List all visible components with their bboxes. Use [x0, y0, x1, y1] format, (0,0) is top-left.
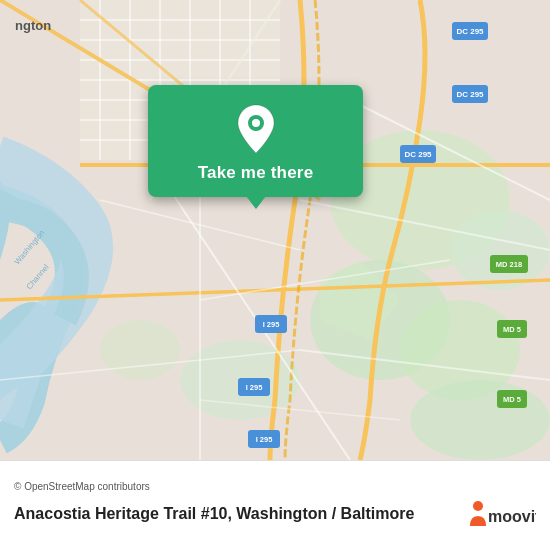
svg-text:DC 295: DC 295 — [456, 27, 484, 36]
svg-text:moovit: moovit — [488, 508, 536, 525]
svg-text:DC 295: DC 295 — [456, 90, 484, 99]
svg-point-59 — [252, 119, 260, 127]
take-me-there-label: Take me there — [198, 163, 314, 183]
svg-text:I 295: I 295 — [263, 320, 280, 329]
copyright-text: © OpenStreetMap contributors — [14, 481, 150, 492]
svg-text:DC 295: DC 295 — [404, 150, 432, 159]
location-title: Anacostia Heritage Trail #10, Washington… — [14, 504, 466, 525]
svg-text:MD 5: MD 5 — [503, 325, 521, 334]
copyright-line: © OpenStreetMap contributors — [14, 481, 536, 492]
map-container: Washington Channel — [0, 0, 550, 460]
svg-point-8 — [410, 380, 550, 460]
svg-text:MD 218: MD 218 — [496, 260, 522, 269]
bottom-bar: © OpenStreetMap contributors Anacostia H… — [0, 460, 550, 550]
svg-point-60 — [473, 501, 483, 511]
moovit-icon: moovit — [466, 498, 536, 530]
popup-card[interactable]: Take me there — [148, 85, 363, 197]
svg-text:ngton: ngton — [15, 18, 51, 33]
svg-point-7 — [100, 320, 180, 380]
location-pin-icon — [230, 103, 282, 155]
svg-text:I 295: I 295 — [256, 435, 273, 444]
moovit-logo: moovit — [466, 498, 536, 530]
svg-text:MD 5: MD 5 — [503, 395, 521, 404]
svg-point-4 — [450, 210, 550, 290]
svg-text:I 295: I 295 — [246, 383, 263, 392]
bottom-content: Anacostia Heritage Trail #10, Washington… — [14, 498, 536, 530]
